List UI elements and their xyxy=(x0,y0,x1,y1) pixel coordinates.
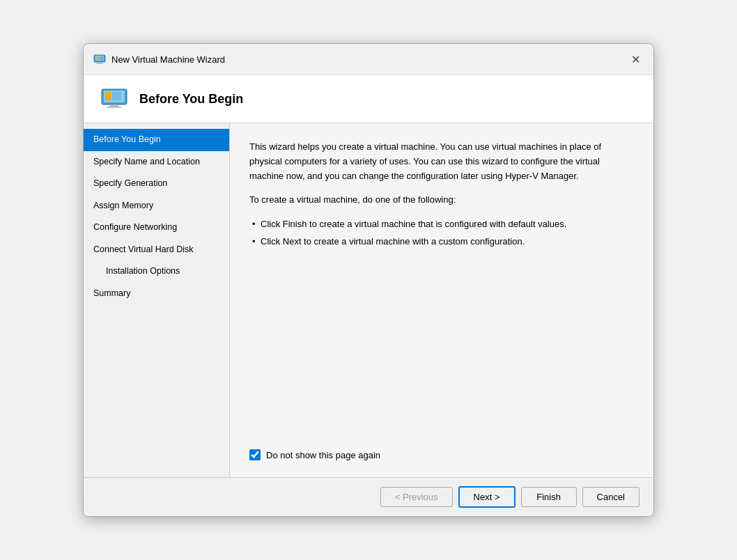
checkbox-label[interactable]: Do not show this page again xyxy=(266,450,380,460)
content-panel: This wizard helps you create a virtual m… xyxy=(230,123,653,477)
next-button[interactable]: Next > xyxy=(458,486,515,508)
sidebar-item-connect-vhd[interactable]: Connect Virtual Hard Disk xyxy=(84,239,229,261)
main-content: Before You Begin Specify Name and Locati… xyxy=(84,123,653,477)
cancel-button[interactable]: Cancel xyxy=(582,487,639,507)
svg-rect-8 xyxy=(110,104,118,107)
content-text: This wizard helps you create a virtual m… xyxy=(249,140,634,430)
window-title: New Virtual Machine Wizard xyxy=(111,54,225,65)
bullet-item-1: Click Finish to create a virtual machine… xyxy=(249,217,634,232)
sidebar-item-assign-memory[interactable]: Assign Memory xyxy=(84,195,229,217)
do-not-show-checkbox[interactable] xyxy=(249,449,261,460)
instructions-paragraph: To create a virtual machine, do one of t… xyxy=(249,193,634,208)
wizard-header: Before You Begin xyxy=(84,75,653,123)
svg-rect-5 xyxy=(100,56,103,60)
svg-rect-9 xyxy=(107,107,121,108)
sidebar-item-specify-generation[interactable]: Specify Generation xyxy=(84,173,229,195)
sidebar-item-installation-options[interactable]: Installation Options xyxy=(84,260,229,283)
wizard-window: New Virtual Machine Wizard ✕ Before You … xyxy=(83,43,654,517)
svg-rect-4 xyxy=(97,56,99,60)
sidebar: Before You Begin Specify Name and Locati… xyxy=(84,123,230,477)
svg-rect-12 xyxy=(105,92,111,95)
finish-button[interactable]: Finish xyxy=(521,487,577,507)
title-bar: New Virtual Machine Wizard ✕ xyxy=(84,44,653,75)
header-icon xyxy=(100,88,128,110)
sidebar-item-configure-networking[interactable]: Configure Networking xyxy=(84,217,229,239)
intro-paragraph: This wizard helps you create a virtual m… xyxy=(249,140,634,183)
bullet-item-2: Click Next to create a virtual machine w… xyxy=(249,235,634,249)
page-title: Before You Begin xyxy=(139,92,243,107)
titlebar-icon xyxy=(93,54,106,64)
checkbox-area: Do not show this page again xyxy=(249,441,634,460)
close-button[interactable]: ✕ xyxy=(627,51,644,68)
svg-rect-3 xyxy=(96,63,103,64)
sidebar-item-before-you-begin[interactable]: Before You Begin xyxy=(84,129,229,151)
svg-rect-11 xyxy=(112,92,121,100)
svg-rect-2 xyxy=(98,62,102,63)
sidebar-item-summary[interactable]: Summary xyxy=(84,283,229,305)
wizard-footer: < Previous Next > Finish Cancel xyxy=(84,477,653,516)
previous-button[interactable]: < Previous xyxy=(380,487,453,507)
sidebar-item-specify-name[interactable]: Specify Name and Location xyxy=(84,151,229,173)
bullet-list: Click Finish to create a virtual machine… xyxy=(249,217,634,249)
title-bar-left: New Virtual Machine Wizard xyxy=(93,54,225,65)
